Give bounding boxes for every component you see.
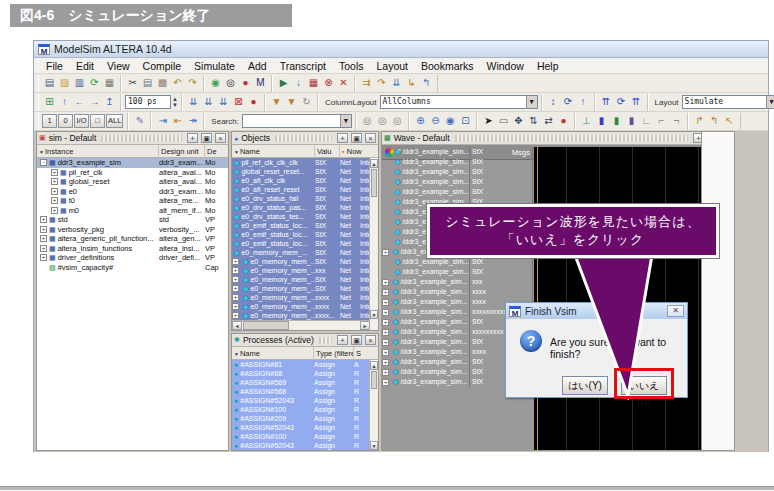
run-next-icon[interactable]: ⇊ — [389, 76, 404, 91]
expand-node-icon[interactable]: + — [40, 254, 47, 261]
copy-icon[interactable]: ▤ — [140, 76, 155, 91]
collapse-icon[interactable]: ⇈ — [629, 95, 644, 110]
object-row[interactable]: ◆e0_drv_status_pas...StXNetIntern — [232, 203, 370, 212]
undo-icon[interactable]: ↶ — [170, 76, 185, 91]
processes-column-headers[interactable]: ▼Name Type (filtered) S — [232, 347, 378, 360]
object-row[interactable]: ◆e0_afi_reset_resetStXNetIntern — [232, 185, 370, 194]
process-row[interactable]: ●#ASSIGN#81AssignA — [232, 360, 370, 369]
expand-node-icon[interactable]: + — [382, 369, 389, 376]
tree-row[interactable]: +▦pll_ref_clkaltera_aval...Mo — [37, 168, 228, 178]
edge-rise-icon[interactable]: ∟ — [639, 114, 654, 129]
reload-icon[interactable]: ⟳ — [87, 76, 102, 91]
object-row[interactable]: +◆e0_memory_mem_...StXNetIntern — [232, 284, 370, 293]
process-row[interactable]: ●#ASSIGN#209AssignR — [232, 414, 370, 423]
run-all-icon[interactable]: ⇉ — [359, 76, 374, 91]
redo-icon[interactable]: ↷ — [185, 76, 200, 91]
radix-button-4[interactable]: ALL — [106, 114, 123, 128]
object-row[interactable]: ◆pll_ref_clk_clk_clkStXNetIntern — [232, 158, 370, 167]
zoom-mode-icon[interactable]: ▭ — [496, 114, 511, 129]
expand-panel-icon[interactable]: + — [337, 133, 348, 143]
tree-row[interactable]: +▦altera_lnsim_functionsaltera_lnsi...VP — [37, 244, 228, 254]
run3-icon[interactable]: ⇊ — [216, 95, 231, 110]
wave-cursor-line[interactable] — [537, 147, 538, 450]
print-icon[interactable]: ▦ — [102, 76, 117, 91]
tree-row[interactable]: +▦stdstdVP — [37, 215, 228, 225]
objects-panel-header[interactable]: ● Objects + ▣ × — [232, 132, 378, 145]
expand-node-icon[interactable]: + — [382, 349, 389, 356]
object-row[interactable]: ◆e0_emif_status_loc...StXNetIntern — [232, 239, 370, 248]
expand-node-icon[interactable]: + — [232, 312, 239, 319]
collapse-node-icon[interactable]: - — [40, 159, 47, 166]
tree-row[interactable]: +▦e0ddr3_exam...Mo — [37, 187, 228, 197]
menu-help[interactable]: Help — [531, 60, 565, 72]
expand-node-icon[interactable]: + — [232, 285, 239, 292]
process-row[interactable]: ●#ASSIGN#100AssignR — [232, 432, 370, 441]
tree-row[interactable]: +▦global_resetaltera_aval...Mo — [37, 177, 228, 187]
wave-row[interactable]: ◆/ddr3_example_sim...StX — [382, 257, 534, 267]
expand-node-icon[interactable]: + — [382, 299, 389, 306]
expand-all-icon[interactable]: ⇈ — [599, 95, 614, 110]
expand-node-icon[interactable]: + — [382, 339, 389, 346]
layout-select[interactable]: Simulate▼ — [682, 95, 774, 109]
expand-node-icon[interactable]: + — [382, 309, 389, 316]
scroll-right-icon[interactable]: ► — [360, 321, 370, 330]
drag-handle[interactable] — [275, 135, 332, 142]
wave-col1-icon[interactable]: ▮ — [594, 114, 609, 129]
menu-layout[interactable]: Layout — [370, 60, 414, 72]
tree-row[interactable]: +▦t0altera_me...Mo — [37, 196, 228, 206]
zoom-range-icon[interactable]: ⊡ — [458, 114, 473, 129]
compile-all-icon[interactable]: ↓ — [291, 76, 306, 91]
add-wave2-icon[interactable]: ↰ — [707, 114, 722, 129]
expand-panel-icon[interactable]: + — [337, 335, 348, 345]
object-row[interactable]: +◆e0_memory_mem_...StXNetIntern — [232, 257, 370, 266]
expand-node-icon[interactable]: + — [382, 319, 389, 326]
run-length-input[interactable]: 100 ps — [125, 95, 171, 109]
process-row[interactable]: ●#ASSIGN#100AssignR — [232, 405, 370, 414]
radix-button-1[interactable]: 0 — [58, 114, 73, 128]
run-icon[interactable]: ⇊ — [186, 95, 201, 110]
scroll-left-icon[interactable]: ◄ — [232, 321, 242, 330]
menu-file[interactable]: File — [40, 60, 69, 72]
tree-row[interactable]: ▧#vsim_capacity#Cap — [37, 263, 228, 273]
scroll-up-icon[interactable]: ▲ — [370, 361, 378, 370]
sim-panel-header[interactable]: ▣ sim - Default + ▣ × — [37, 132, 228, 145]
find-all-icon[interactable]: ◎ — [390, 114, 405, 129]
expand-node-icon[interactable]: + — [51, 178, 58, 185]
zoom-in-icon[interactable]: ⊕ — [413, 114, 428, 129]
object-row[interactable]: ◆e0_memory_mem_...StXNetIntern — [232, 248, 370, 257]
rotate2-icon[interactable]: ⟳ — [614, 95, 629, 110]
break-icon[interactable]: ⊗ — [321, 76, 336, 91]
float-panel-icon[interactable]: ▣ — [351, 335, 362, 345]
search-input[interactable]: ▼ — [242, 114, 352, 128]
float-panel-icon[interactable]: ▣ — [201, 133, 212, 143]
expand-node-icon[interactable]: + — [232, 267, 239, 274]
close-panel-icon[interactable]: × — [365, 335, 376, 345]
expand-node-icon[interactable]: + — [51, 188, 58, 195]
scroll-down-icon[interactable]: ▼ — [370, 441, 378, 450]
modelsim-icon[interactable]: M — [253, 76, 268, 91]
object-row[interactable]: ◆e0_drv_status_tes...StXNetIntern — [232, 212, 370, 221]
simulate-icon[interactable]: ▦ — [306, 76, 321, 91]
object-row[interactable]: +◆e0_memory_mem_...xxxNetIntern — [232, 266, 370, 275]
step-out-icon[interactable]: ↰ — [419, 76, 434, 91]
object-row[interactable]: +◆e0_memory_mem_...xxxxNetIntern — [232, 293, 370, 302]
process-row[interactable]: ●#ASSIGN#52043AssignR — [232, 423, 370, 432]
objects-vscrollbar[interactable]: ▲ ▼ — [369, 159, 378, 330]
forward-icon[interactable]: → — [87, 95, 102, 110]
menu-tools[interactable]: Tools — [333, 60, 370, 72]
expand-node-icon[interactable]: + — [40, 235, 47, 242]
edit-icon[interactable]: ✎ — [132, 114, 147, 129]
tree-row[interactable]: +▦driver_definitionsdriver_defi...VP — [37, 253, 228, 263]
expand-node-icon[interactable]: + — [40, 216, 47, 223]
edit-vertical-icon[interactable]: ⇅ — [526, 114, 541, 129]
wave-cut-icon[interactable]: ⊥ — [579, 114, 594, 129]
edit-horizontal-icon[interactable]: ⇄ — [541, 114, 556, 129]
wave-col3-icon[interactable]: ▮ — [624, 114, 639, 129]
menu-window[interactable]: Window — [481, 60, 530, 72]
processes-vscrollbar[interactable]: ▲ ▼ — [369, 361, 378, 450]
window-titlebar[interactable]: M ModelSim ALTERA 10.4d — [34, 41, 768, 58]
chevron-down-icon[interactable]: ▼ — [526, 96, 537, 108]
object-row[interactable]: +◆e0_memory_mem_...xxxxNetIntern — [232, 302, 370, 311]
object-row[interactable]: ◆e0_emif_status_loc...StXNetIntern — [232, 230, 370, 239]
goto-icon[interactable]: ↠ — [185, 114, 200, 129]
